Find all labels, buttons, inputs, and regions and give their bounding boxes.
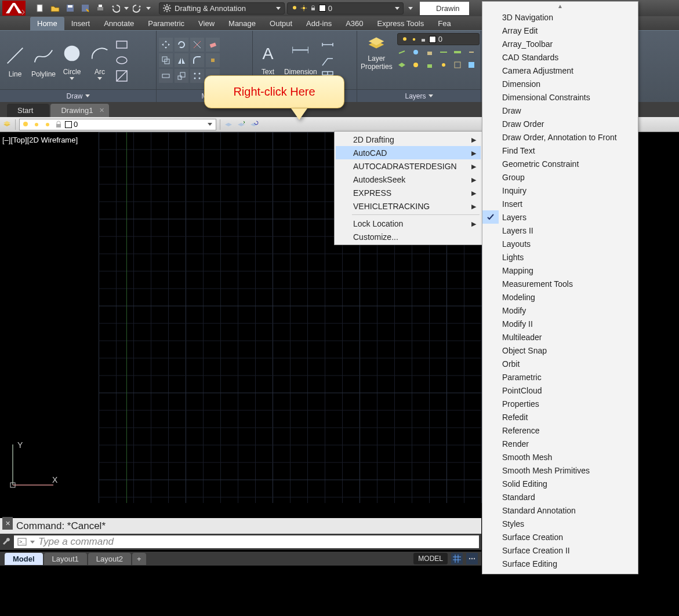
ctx-item[interactable]: Customize... [336, 230, 481, 243]
toolbar-list-item[interactable]: Surface Editing [482, 557, 638, 570]
toolbar-list-item[interactable]: Modeling [482, 290, 638, 304]
toolbar-list-item[interactable]: Styles [482, 517, 638, 530]
layer-unlock-icon[interactable] [425, 60, 438, 72]
toolbar-list-item[interactable]: Reference [482, 424, 638, 437]
ctx-item[interactable]: Lock Location▶ [336, 217, 481, 230]
dwg-tab-start[interactable]: Start [7, 104, 49, 117]
toolbar-list-item[interactable]: PointCloud [482, 384, 638, 397]
customize-icon[interactable] [0, 537, 14, 546]
toolbar-list-item[interactable]: 3D Navigation [482, 10, 638, 24]
ribbon-tab-output[interactable]: Output [263, 17, 299, 30]
mleader-icon[interactable] [321, 53, 335, 67]
new-icon[interactable] [34, 2, 46, 14]
toolbar-list-item[interactable]: Layers [482, 210, 638, 224]
toolbar-list-item[interactable]: Smooth Mesh [482, 450, 638, 464]
toolbar-list-item[interactable]: Modify II [482, 317, 638, 330]
viewport-controls[interactable]: [–][Top][2D Wireframe] [2, 136, 78, 144]
ellipse-icon[interactable] [115, 53, 129, 67]
ribbon-tab-annotate[interactable]: Annotate [97, 17, 141, 30]
trim-icon[interactable] [190, 38, 204, 52]
toolbar-list-item[interactable]: Surface Creation II [482, 544, 638, 557]
array-icon[interactable] [190, 69, 204, 83]
toolbar-list-item[interactable]: Dimension [482, 77, 638, 90]
move-icon[interactable] [159, 38, 173, 52]
layer-properties-button[interactable]: Layer Properties [360, 33, 394, 71]
stretch-icon[interactable] [159, 69, 173, 83]
save-icon[interactable] [64, 2, 77, 14]
toolbar-list-item[interactable]: Group [482, 170, 638, 184]
ctx-item[interactable]: EXPRESS▶ [336, 186, 481, 199]
file-tab[interactable]: Drawin [420, 2, 469, 15]
toolbar-list-item[interactable]: Measurement Tools [482, 277, 638, 290]
layer-match-icon[interactable] [453, 48, 466, 59]
layer-freeze-icon[interactable] [411, 48, 424, 59]
ribbon-tab-insert[interactable]: Insert [64, 17, 97, 30]
status-modelspace[interactable]: MODEL [413, 553, 448, 564]
aux-layer-combo[interactable]: 0 [19, 119, 216, 130]
qat-overflow-icon[interactable] [408, 7, 413, 10]
ribbon-tab-a360[interactable]: A360 [339, 17, 370, 30]
app-logo-icon[interactable] [2, 1, 26, 16]
toolbar-list-item[interactable]: Geometric Constraint [482, 157, 638, 170]
line-button[interactable]: Line [2, 41, 28, 79]
dwg-tab-active[interactable]: Drawing1✕ [50, 104, 109, 117]
ctx-item[interactable]: VEHICLETRACKING▶ [336, 199, 481, 213]
layer-iso-icon[interactable] [397, 60, 410, 72]
toolbar-list-item[interactable]: Surface Creation [482, 530, 638, 544]
toolbar-list-item[interactable]: Inquiry [482, 184, 638, 197]
layer-quick-combo[interactable]: 0 [287, 2, 404, 14]
explode-icon[interactable] [206, 53, 220, 67]
layer-current-icon[interactable] [439, 48, 452, 59]
ribbon-tab-featured[interactable]: Fea [431, 17, 457, 30]
redo-dropdown-icon[interactable] [146, 7, 151, 10]
layer-walk-icon[interactable] [453, 60, 466, 72]
toolbar-list-item[interactable]: Draw Order [482, 117, 638, 130]
toolbar-list-item[interactable]: CAD Standards [482, 50, 638, 64]
ribbon-tab-parametric[interactable]: Parametric [141, 17, 191, 30]
toolbar-list-item[interactable]: Draw [482, 104, 638, 117]
cmd-close-icon[interactable]: ✕ [2, 517, 13, 530]
layer-on-icon[interactable] [439, 60, 452, 72]
status-more-icon[interactable] [466, 553, 478, 564]
status-grid-icon[interactable] [451, 553, 463, 564]
layer-previous-icon[interactable] [249, 119, 259, 130]
leader-icon[interactable] [321, 38, 335, 52]
toolbar-list-item[interactable]: Standard [482, 490, 638, 504]
toolbar-list-item[interactable]: Layouts [482, 237, 638, 250]
toolbar-list-item[interactable]: Modify [482, 304, 638, 317]
toolbar-list-item[interactable]: Parametric [482, 370, 638, 384]
undo-dropdown-icon[interactable] [124, 7, 129, 10]
layer-thaw-icon[interactable] [411, 60, 424, 72]
scroll-up-icon[interactable]: ▲ [482, 3, 638, 10]
layer-manager-icon[interactable] [2, 119, 12, 130]
redo-icon[interactable] [131, 2, 144, 14]
scale-icon[interactable] [175, 69, 188, 83]
layer-states-icon[interactable] [224, 119, 233, 130]
polyline-button[interactable]: Polyline [30, 41, 57, 79]
circle-button[interactable]: Circle [59, 39, 85, 81]
ctx-item[interactable]: AutodeskSeek▶ [336, 173, 481, 186]
mirror-icon[interactable] [175, 53, 188, 67]
layout-tab-1[interactable]: Layout1 [44, 553, 87, 565]
toolbar-list-item[interactable]: Insert [482, 197, 638, 210]
workspace-switcher[interactable]: Drafting & Annotation [159, 2, 285, 14]
print-icon[interactable] [94, 2, 107, 14]
saveas-icon[interactable] [79, 2, 92, 14]
rectangle-icon[interactable] [115, 38, 129, 52]
hatch-icon[interactable] [115, 69, 129, 83]
toolbar-list-item[interactable]: Multileader [482, 330, 638, 344]
ribbon-tab-view[interactable]: View [191, 17, 222, 30]
ribbon-tab-express[interactable]: Express Tools [371, 17, 431, 30]
layout-tab-add[interactable]: + [132, 553, 146, 565]
ctx-item[interactable]: 2D Drafting▶ [336, 133, 481, 146]
erase-icon[interactable] [206, 38, 220, 52]
ribbon-tab-home[interactable]: Home [30, 17, 64, 30]
ribbon-tab-manage[interactable]: Manage [222, 17, 263, 30]
command-input[interactable]: >_ Type a command [14, 535, 479, 548]
panel-layers-title[interactable]: Layers [357, 89, 481, 102]
toolbar-list-item[interactable]: Camera Adjustment [482, 64, 638, 77]
ctx-item[interactable]: AUTOCADRASTERDESIGN▶ [336, 159, 481, 173]
layer-lock-icon[interactable] [425, 48, 438, 59]
panel-draw-title[interactable]: Draw [0, 89, 156, 102]
ctx-item[interactable]: AutoCAD▶ [336, 146, 481, 159]
